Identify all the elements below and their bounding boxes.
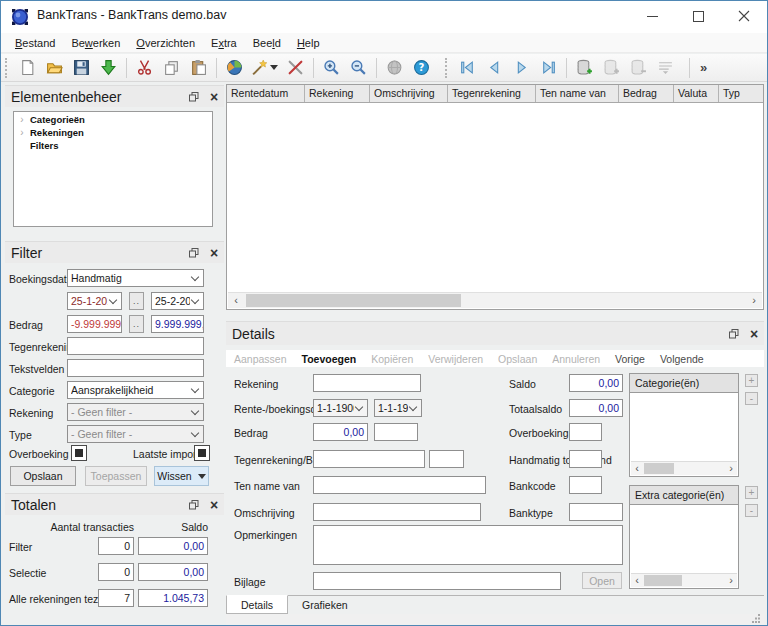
scrollbar-thumb[interactable]	[644, 463, 674, 474]
scroll-left-icon[interactable]: ‹	[631, 462, 643, 475]
scrollbar-thumb[interactable]	[246, 294, 461, 307]
bijlage-open-button[interactable]: Open	[582, 572, 622, 589]
action-volgende[interactable]: Volgende	[660, 353, 704, 365]
add-transaction-button[interactable]	[571, 56, 598, 80]
transactions-menu-button[interactable]	[652, 56, 679, 80]
menu-bewerken[interactable]: Bewerken	[63, 35, 128, 51]
categorie-select[interactable]: Aansprakelijkheid	[67, 381, 204, 399]
column-header[interactable]: Valuta	[674, 85, 719, 102]
scroll-right-icon[interactable]: ›	[725, 574, 737, 587]
categorize-chart-button[interactable]	[221, 56, 248, 80]
tegenrekening-detail-input[interactable]	[313, 450, 425, 468]
bic-input[interactable]	[429, 450, 464, 468]
tab-grafieken[interactable]: Grafieken	[288, 596, 362, 614]
float-panel-icon[interactable]	[184, 88, 204, 106]
extra-categorien-scrollbar[interactable]: ‹ ›	[631, 573, 737, 587]
cut-button[interactable]	[131, 56, 158, 80]
date-range-button[interactable]: ..	[129, 292, 144, 310]
scroll-left-icon[interactable]: ‹	[228, 293, 244, 308]
tree-item-categorien[interactable]: › Categorieën	[14, 114, 212, 125]
tegenrekening-input[interactable]	[67, 337, 204, 355]
banktype-input[interactable]	[569, 503, 623, 521]
menu-overzichten[interactable]: Overzichten	[128, 35, 203, 51]
categorien-list[interactable]: ‹ ›	[629, 393, 739, 477]
menu-beeld[interactable]: Beeld	[245, 35, 289, 51]
categorien-add-button[interactable]: +	[745, 374, 758, 387]
action-aanpassen[interactable]: Aanpassen	[234, 353, 287, 365]
float-panel-icon[interactable]	[724, 325, 744, 343]
bedrag-range-button[interactable]: ..	[129, 315, 144, 333]
opmerkingen-textarea[interactable]	[313, 525, 623, 565]
rekening-input[interactable]	[313, 374, 421, 392]
datum-to-select[interactable]: 1-1-190	[374, 399, 422, 417]
column-header[interactable]: Ten name van	[536, 85, 619, 102]
bankcode-input[interactable]	[569, 476, 602, 494]
insert-transaction-button[interactable]	[598, 56, 625, 80]
bedrag-extra-input[interactable]	[374, 423, 418, 441]
tree-item-rekeningen[interactable]: › Rekeningen	[14, 127, 212, 138]
expand-chevron-icon[interactable]: ›	[14, 128, 30, 138]
web-button[interactable]	[381, 56, 408, 80]
import-button[interactable]	[95, 56, 122, 80]
maximize-button[interactable]	[675, 1, 721, 31]
menu-extra[interactable]: Extra	[203, 35, 245, 51]
bedrag-min-input[interactable]: -9.999.999,99	[67, 315, 122, 333]
bedrag-max-input[interactable]: 9.999.999,99	[151, 315, 204, 333]
action-toevoegen[interactable]: Toevoegen	[302, 353, 357, 365]
type-filter-select[interactable]: - Geen filter -	[67, 425, 204, 443]
overboeking-checkbox[interactable]	[71, 445, 87, 461]
toolbar-grip[interactable]	[445, 58, 449, 78]
auto-categorize-button[interactable]	[248, 56, 270, 80]
resize-grip-icon[interactable]	[752, 614, 761, 623]
tekstvelden-input[interactable]	[67, 359, 204, 377]
open-button[interactable]	[41, 56, 68, 80]
delete-transaction-button[interactable]	[625, 56, 652, 80]
more-buttons-chevron[interactable]: »	[700, 60, 707, 75]
float-panel-icon[interactable]	[184, 496, 204, 514]
boekingsdatum-select[interactable]: Handmatig	[67, 269, 204, 287]
action-annuleren[interactable]: Annuleren	[552, 353, 600, 365]
tree-item-filters[interactable]: Filters	[14, 140, 212, 151]
column-header[interactable]: Omschrijving	[370, 85, 448, 102]
minimize-button[interactable]	[629, 1, 675, 31]
action-kopieren[interactable]: Kopiëren	[371, 353, 413, 365]
table-horizontal-scrollbar[interactable]: ‹ ›	[228, 292, 762, 308]
new-button[interactable]	[14, 56, 41, 80]
help-button[interactable]: ?	[408, 56, 435, 80]
column-header[interactable]: Rentedatum	[227, 85, 305, 102]
next-transaction-button[interactable]	[508, 56, 535, 80]
action-verwijderen[interactable]: Verwijderen	[428, 353, 483, 365]
overboeking-detail-input[interactable]	[569, 423, 602, 441]
scrollbar-thumb[interactable]	[644, 575, 682, 586]
action-opslaan[interactable]: Opslaan	[498, 353, 537, 365]
scroll-left-icon[interactable]: ‹	[631, 574, 643, 587]
save-button[interactable]	[68, 56, 95, 80]
extra-categorien-remove-button[interactable]: -	[745, 504, 758, 517]
auto-categorize-menu-arrow[interactable]	[270, 65, 278, 70]
scroll-right-icon[interactable]: ›	[725, 462, 737, 475]
categorien-scrollbar[interactable]: ‹ ›	[631, 461, 737, 475]
omschrijving-input[interactable]	[313, 503, 481, 521]
rekening-filter-select[interactable]: - Geen filter -	[67, 403, 204, 421]
column-header[interactable]: Bedrag	[619, 85, 674, 102]
bijlage-input[interactable]	[313, 572, 561, 590]
menu-help[interactable]: Help	[289, 35, 328, 51]
filter-opslaan-button[interactable]: Opslaan	[10, 466, 76, 486]
laatste-import-checkbox[interactable]	[194, 445, 210, 461]
menu-bestand[interactable]: Bestand	[7, 35, 63, 51]
paste-button[interactable]	[185, 56, 212, 80]
filter-wissen-button[interactable]: Wissen	[154, 466, 209, 486]
zoom-in-button[interactable]	[318, 56, 345, 80]
extra-categorien-list[interactable]: ‹ ›	[629, 505, 739, 589]
last-transaction-button[interactable]	[535, 56, 562, 80]
previous-transaction-button[interactable]	[481, 56, 508, 80]
handmatig-toegekend-input[interactable]	[569, 450, 602, 468]
zoom-out-button[interactable]	[345, 56, 372, 80]
close-panel-icon[interactable]: ×	[204, 496, 224, 514]
float-panel-icon[interactable]	[184, 244, 204, 262]
titlebar[interactable]: BankTrans - BankTrans demo.bav	[1, 1, 767, 33]
date-from-select[interactable]: 25-1-2010	[67, 292, 122, 310]
action-vorige[interactable]: Vorige	[615, 353, 645, 365]
close-button[interactable]	[721, 1, 767, 31]
close-panel-icon[interactable]: ×	[744, 325, 764, 343]
